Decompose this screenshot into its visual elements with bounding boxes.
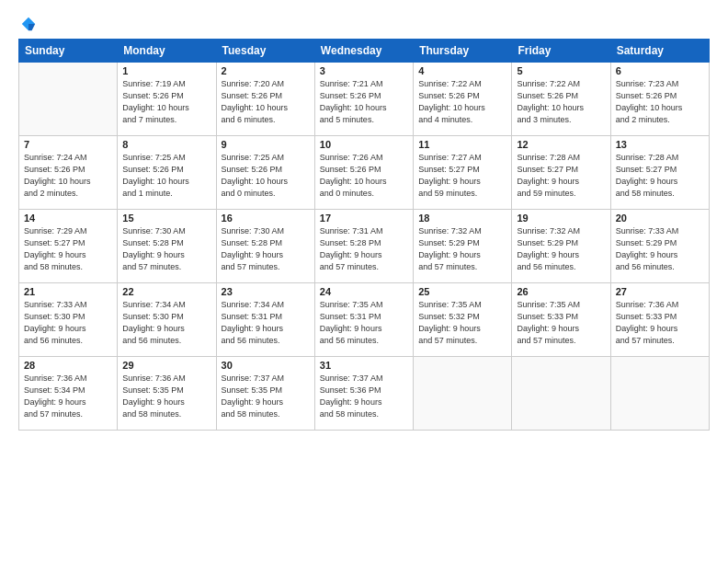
weekday-header-monday: Monday xyxy=(118,40,216,63)
day-info: Sunrise: 7:32 AMSunset: 5:29 PMDaylight:… xyxy=(517,225,605,273)
weekday-header-saturday: Saturday xyxy=(610,40,709,63)
day-info: Sunrise: 7:29 AMSunset: 5:27 PMDaylight:… xyxy=(24,225,112,273)
calendar-cell xyxy=(610,357,709,431)
calendar-cell: 28Sunrise: 7:36 AMSunset: 5:34 PMDayligh… xyxy=(19,357,118,431)
day-number: 6 xyxy=(616,65,704,76)
calendar-cell xyxy=(512,357,610,431)
weekday-header-wednesday: Wednesday xyxy=(314,40,413,63)
calendar-cell: 20Sunrise: 7:33 AMSunset: 5:29 PMDayligh… xyxy=(610,210,709,283)
day-info: Sunrise: 7:25 AMSunset: 5:26 PMDaylight:… xyxy=(122,152,210,200)
day-number: 7 xyxy=(24,139,112,150)
day-info: Sunrise: 7:19 AMSunset: 5:26 PMDaylight:… xyxy=(122,78,210,126)
svg-marker-1 xyxy=(28,24,35,30)
day-info: Sunrise: 7:35 AMSunset: 5:32 PMDaylight:… xyxy=(418,299,506,347)
day-number: 4 xyxy=(418,65,506,76)
day-number: 10 xyxy=(320,139,408,150)
day-info: Sunrise: 7:35 AMSunset: 5:31 PMDaylight:… xyxy=(320,299,408,347)
day-number: 11 xyxy=(418,139,506,150)
calendar-cell xyxy=(19,63,118,136)
weekday-header-sunday: Sunday xyxy=(19,40,118,63)
day-number: 28 xyxy=(24,360,112,371)
calendar-cell: 23Sunrise: 7:34 AMSunset: 5:31 PMDayligh… xyxy=(216,283,314,357)
day-info: Sunrise: 7:31 AMSunset: 5:28 PMDaylight:… xyxy=(320,225,408,273)
day-info: Sunrise: 7:35 AMSunset: 5:33 PMDaylight:… xyxy=(517,299,605,347)
day-info: Sunrise: 7:26 AMSunset: 5:26 PMDaylight:… xyxy=(320,152,408,200)
day-info: Sunrise: 7:28 AMSunset: 5:27 PMDaylight:… xyxy=(616,152,704,200)
calendar-cell: 7Sunrise: 7:24 AMSunset: 5:26 PMDaylight… xyxy=(19,136,118,210)
weekday-header-thursday: Thursday xyxy=(414,40,512,63)
day-info: Sunrise: 7:25 AMSunset: 5:26 PMDaylight:… xyxy=(222,152,310,200)
logo xyxy=(18,17,39,33)
calendar-cell: 17Sunrise: 7:31 AMSunset: 5:28 PMDayligh… xyxy=(314,210,413,283)
day-number: 25 xyxy=(418,286,506,297)
calendar-cell: 8Sunrise: 7:25 AMSunset: 5:26 PMDaylight… xyxy=(118,136,216,210)
day-number: 22 xyxy=(122,286,210,297)
day-number: 18 xyxy=(418,213,506,224)
calendar-cell: 4Sunrise: 7:22 AMSunset: 5:26 PMDaylight… xyxy=(414,63,512,136)
day-number: 1 xyxy=(122,65,210,76)
day-info: Sunrise: 7:27 AMSunset: 5:27 PMDaylight:… xyxy=(418,152,506,200)
day-number: 5 xyxy=(517,65,605,76)
day-number: 2 xyxy=(222,65,310,76)
calendar-cell: 22Sunrise: 7:34 AMSunset: 5:30 PMDayligh… xyxy=(118,283,216,357)
calendar-cell: 11Sunrise: 7:27 AMSunset: 5:27 PMDayligh… xyxy=(414,136,512,210)
calendar-cell: 29Sunrise: 7:36 AMSunset: 5:35 PMDayligh… xyxy=(118,357,216,431)
day-number: 30 xyxy=(222,360,310,371)
day-number: 15 xyxy=(122,213,210,224)
calendar-week-row: 7Sunrise: 7:24 AMSunset: 5:26 PMDaylight… xyxy=(19,136,710,210)
day-number: 9 xyxy=(222,139,310,150)
day-number: 8 xyxy=(122,139,210,150)
day-info: Sunrise: 7:32 AMSunset: 5:29 PMDaylight:… xyxy=(418,225,506,273)
calendar-cell: 19Sunrise: 7:32 AMSunset: 5:29 PMDayligh… xyxy=(512,210,610,283)
day-number: 27 xyxy=(616,286,704,297)
day-info: Sunrise: 7:36 AMSunset: 5:35 PMDaylight:… xyxy=(122,373,210,420)
day-info: Sunrise: 7:33 AMSunset: 5:30 PMDaylight:… xyxy=(24,299,112,347)
day-number: 14 xyxy=(24,213,112,224)
day-number: 12 xyxy=(517,139,605,150)
day-info: Sunrise: 7:37 AMSunset: 5:36 PMDaylight:… xyxy=(320,373,408,420)
calendar-cell: 31Sunrise: 7:37 AMSunset: 5:36 PMDayligh… xyxy=(314,357,413,431)
calendar-cell: 9Sunrise: 7:25 AMSunset: 5:26 PMDaylight… xyxy=(216,136,314,210)
day-info: Sunrise: 7:22 AMSunset: 5:26 PMDaylight:… xyxy=(418,78,506,126)
day-info: Sunrise: 7:34 AMSunset: 5:30 PMDaylight:… xyxy=(122,299,210,347)
day-info: Sunrise: 7:34 AMSunset: 5:31 PMDaylight:… xyxy=(222,299,310,347)
calendar-cell: 15Sunrise: 7:30 AMSunset: 5:28 PMDayligh… xyxy=(118,210,216,283)
day-info: Sunrise: 7:30 AMSunset: 5:28 PMDaylight:… xyxy=(122,225,210,273)
calendar-cell: 18Sunrise: 7:32 AMSunset: 5:29 PMDayligh… xyxy=(414,210,512,283)
calendar-cell: 1Sunrise: 7:19 AMSunset: 5:26 PMDaylight… xyxy=(118,63,216,136)
day-info: Sunrise: 7:33 AMSunset: 5:29 PMDaylight:… xyxy=(616,225,704,273)
weekday-header-tuesday: Tuesday xyxy=(216,40,314,63)
day-number: 21 xyxy=(24,286,112,297)
day-info: Sunrise: 7:24 AMSunset: 5:26 PMDaylight:… xyxy=(24,152,112,200)
day-number: 31 xyxy=(320,360,408,371)
day-info: Sunrise: 7:36 AMSunset: 5:34 PMDaylight:… xyxy=(24,373,112,420)
day-number: 24 xyxy=(320,286,408,297)
calendar-cell: 21Sunrise: 7:33 AMSunset: 5:30 PMDayligh… xyxy=(19,283,118,357)
day-info: Sunrise: 7:36 AMSunset: 5:33 PMDaylight:… xyxy=(616,299,704,347)
calendar-cell: 16Sunrise: 7:30 AMSunset: 5:28 PMDayligh… xyxy=(216,210,314,283)
day-number: 29 xyxy=(122,360,210,371)
day-number: 13 xyxy=(616,139,704,150)
day-info: Sunrise: 7:37 AMSunset: 5:35 PMDaylight:… xyxy=(222,373,310,420)
calendar-cell: 27Sunrise: 7:36 AMSunset: 5:33 PMDayligh… xyxy=(610,283,709,357)
day-number: 23 xyxy=(222,286,310,297)
calendar-cell: 24Sunrise: 7:35 AMSunset: 5:31 PMDayligh… xyxy=(314,283,413,357)
calendar-week-row: 1Sunrise: 7:19 AMSunset: 5:26 PMDaylight… xyxy=(19,63,710,136)
calendar-cell: 3Sunrise: 7:21 AMSunset: 5:26 PMDaylight… xyxy=(314,63,413,136)
day-number: 26 xyxy=(517,286,605,297)
calendar-cell: 6Sunrise: 7:23 AMSunset: 5:26 PMDaylight… xyxy=(610,63,709,136)
day-number: 16 xyxy=(222,213,310,224)
calendar-cell: 26Sunrise: 7:35 AMSunset: 5:33 PMDayligh… xyxy=(512,283,610,357)
calendar-cell: 30Sunrise: 7:37 AMSunset: 5:35 PMDayligh… xyxy=(216,357,314,431)
calendar-table: SundayMondayTuesdayWednesdayThursdayFrid… xyxy=(18,39,710,431)
calendar-week-row: 14Sunrise: 7:29 AMSunset: 5:27 PMDayligh… xyxy=(19,210,710,283)
day-info: Sunrise: 7:21 AMSunset: 5:26 PMDaylight:… xyxy=(320,78,408,126)
calendar-week-row: 21Sunrise: 7:33 AMSunset: 5:30 PMDayligh… xyxy=(19,283,710,357)
calendar-header-row: SundayMondayTuesdayWednesdayThursdayFrid… xyxy=(19,40,710,63)
day-number: 19 xyxy=(517,213,605,224)
day-number: 17 xyxy=(320,213,408,224)
day-info: Sunrise: 7:23 AMSunset: 5:26 PMDaylight:… xyxy=(616,78,704,126)
calendar-week-row: 28Sunrise: 7:36 AMSunset: 5:34 PMDayligh… xyxy=(19,357,710,431)
calendar-cell: 10Sunrise: 7:26 AMSunset: 5:26 PMDayligh… xyxy=(314,136,413,210)
day-info: Sunrise: 7:20 AMSunset: 5:26 PMDaylight:… xyxy=(222,78,310,126)
